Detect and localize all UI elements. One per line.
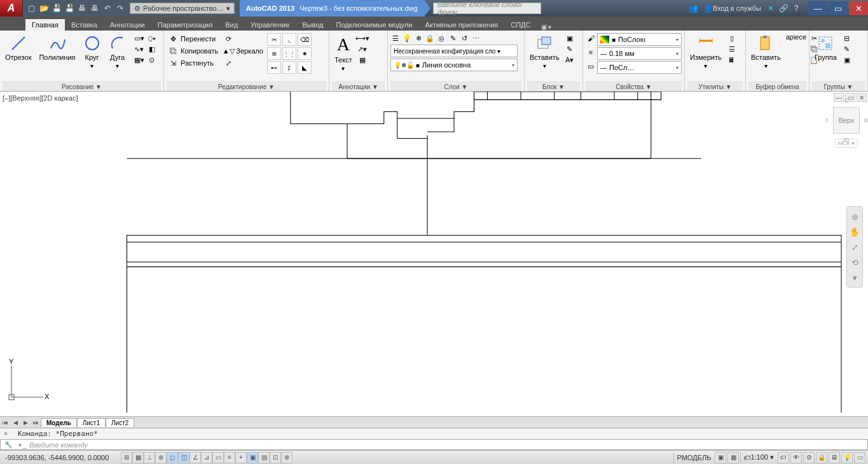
clean-icon[interactable]: ▭ [854,452,865,463]
rotate-button[interactable]: ⟳ [222,33,265,45]
toolbar-lock-icon[interactable]: 🔒 [816,452,827,463]
explode-icon[interactable]: ✷ [298,47,312,60]
open-icon[interactable]: 📂 [38,3,50,14]
circle-button[interactable]: Круг▾ [81,33,104,71]
login-button[interactable]: 👤 Вход в службы [701,3,764,14]
lt-next-icon[interactable]: ▶ [20,419,31,426]
annovisible-icon[interactable]: 👁 [790,452,802,463]
panel-block-title[interactable]: Блок ▼ [527,81,580,91]
minimize-button[interactable]: — [808,1,827,15]
trim-icon[interactable]: ✂ [267,33,281,46]
mon-toggle[interactable]: ⊕ [281,452,293,463]
lt-first-icon[interactable]: ⏮ [0,419,10,426]
dyn-toggle[interactable]: ▭ [212,452,224,463]
qp-toggle[interactable]: ▣ [247,452,258,463]
isolate-icon[interactable]: 💡 [841,452,853,463]
ortho-toggle[interactable]: ⊥ [144,452,155,463]
tab-active[interactable]: Активные приложения [418,19,504,31]
dim-icon[interactable]: ⟷▾ [357,33,368,43]
coords-display[interactable]: -99303.9636, -5446.9900, 0.0000 [0,454,121,461]
exchange-icon[interactable]: ✕ [765,3,776,14]
ws-switch-icon[interactable]: ⚙ [803,452,815,463]
panel-group-title[interactable]: Группы ▼ [812,81,865,91]
tab-annotate[interactable]: Аннотации [104,19,151,31]
tab-param[interactable]: Параметризация [151,19,219,31]
close-button[interactable]: ✕ [849,1,868,15]
scale-combo[interactable]: 🏷 1:100 ▾ [740,452,776,463]
link-icon[interactable]: 🔗 [778,3,789,14]
mirror-button[interactable]: ▲▽Зеркало [222,45,265,57]
insert-block-button[interactable]: Вставить▾ [527,33,562,71]
undo-icon[interactable]: ↶ [102,3,113,14]
offset-icon[interactable]: ≋ [267,47,281,60]
erase-icon[interactable]: ⌫ [298,33,312,46]
break-icon[interactable]: ⁒ [282,61,296,74]
point-icon[interactable]: ⊙ [147,55,157,65]
orbit-icon[interactable]: ⟲ [849,257,860,268]
create-block-icon[interactable]: ▣ [565,33,575,43]
lineweight-combo[interactable]: — 0.18 мм▾ [597,47,682,60]
leader-icon[interactable]: ↗▾ [357,44,368,54]
layer-state-combo[interactable]: Несохраненная конфигурация сло ▾ [390,45,518,57]
drawing-area[interactable]: [–][Верхняя][2D каркас] — ▭ ✕ [0,92,868,416]
attr-icon[interactable]: A▾ [565,55,575,65]
otrack-toggle[interactable]: ∠ [189,452,201,463]
tab-plugins[interactable]: Подключаемые модули [330,19,419,31]
tpy-toggle[interactable]: + [235,452,247,463]
panel-util-title[interactable]: Утилиты ▼ [687,81,743,91]
layer-lock-icon[interactable]: 🔒 [425,33,435,43]
layer-combo[interactable]: 💡❄🔓 ■ Линия основна▾ [390,59,518,71]
maximize-button[interactable]: ▭ [829,1,848,15]
fullnav-icon[interactable]: ⊚ [849,211,860,222]
panel-clip-title[interactable]: Буфер обмена [748,81,806,91]
tab-spds[interactable]: СПДС [504,19,537,31]
hatch-icon[interactable]: ▦▾ [134,55,144,65]
redo-icon[interactable]: ↷ [114,3,126,14]
ribbon-expand-icon[interactable]: ▣ ▾ [537,24,556,31]
plot-style-icon[interactable]: ▭ [586,61,596,71]
join-icon[interactable]: ⊷ [267,61,281,74]
array-icon[interactable]: ⋮⋮ [282,47,296,60]
fillet-icon[interactable]: ◟ [282,33,296,46]
select-icon[interactable]: ▯ [727,33,737,43]
app-menu-icon[interactable]: A [0,0,23,17]
stretch-button[interactable]: ⇲Растянуть [167,57,219,69]
measure-button[interactable]: Измерить▾ [687,33,724,71]
group-bb-icon[interactable]: ▣ [842,55,852,65]
linetype-combo[interactable]: — ПоСл…▾ [597,61,682,74]
viewcube[interactable]: С В Ю З Верх [833,107,860,134]
lt-prev-icon[interactable]: ◀ [10,419,20,426]
maxvp-icon[interactable]: ▣ [715,452,726,463]
line-button[interactable]: Отрезок [3,33,34,62]
qselect-icon[interactable]: ☰ [727,44,737,54]
search-input[interactable]: Введите ключевое слово/фразу [433,3,541,14]
arc-button[interactable]: Дуга▾ [106,33,129,71]
matchprop-icon[interactable]: 🖌 [586,33,596,43]
group-button[interactable]: Группа [812,33,839,62]
panel-annot-title[interactable]: Аннотации ▼ [332,81,385,91]
save-icon[interactable]: 💾 [51,3,62,14]
edit-block-icon[interactable]: ✎ [565,44,575,54]
panel-props-title[interactable]: Свойства ▼ [586,81,682,91]
tab-view[interactable]: Вид [219,19,244,31]
annoscale-icon[interactable]: 🏷 [778,452,789,463]
panel-draw-title[interactable]: Рисование ▼ [3,81,161,91]
layer-match-icon[interactable]: ✎ [448,33,458,43]
layer-more-icon[interactable]: ⋯ [471,33,481,43]
zoom-ext-icon[interactable]: ⤢ [849,241,860,253]
showhide-icon[interactable]: ▾ [849,272,860,283]
lwt-toggle[interactable]: ≡ [224,452,235,463]
color-combo[interactable]: ■ ПоСлою▾ [597,33,682,46]
snap-toggle[interactable]: ⊞ [121,452,132,463]
am-toggle[interactable]: ⊡ [270,452,281,463]
ungroup-icon[interactable]: ⊟ [842,33,852,43]
scale-button[interactable]: ⤢ [222,57,265,69]
tab-manage[interactable]: Управление [244,19,296,31]
sc-toggle[interactable]: ▤ [258,452,270,463]
saveas-icon[interactable]: 💾 [64,3,75,14]
spline-icon[interactable]: ∿▾ [134,44,144,54]
group-edit-icon[interactable]: ✎ [842,44,852,54]
ducs-toggle[interactable]: ⊿ [201,452,212,463]
tab-model[interactable]: Модель [41,418,77,427]
layer-prev-icon[interactable]: ↺ [459,33,469,43]
